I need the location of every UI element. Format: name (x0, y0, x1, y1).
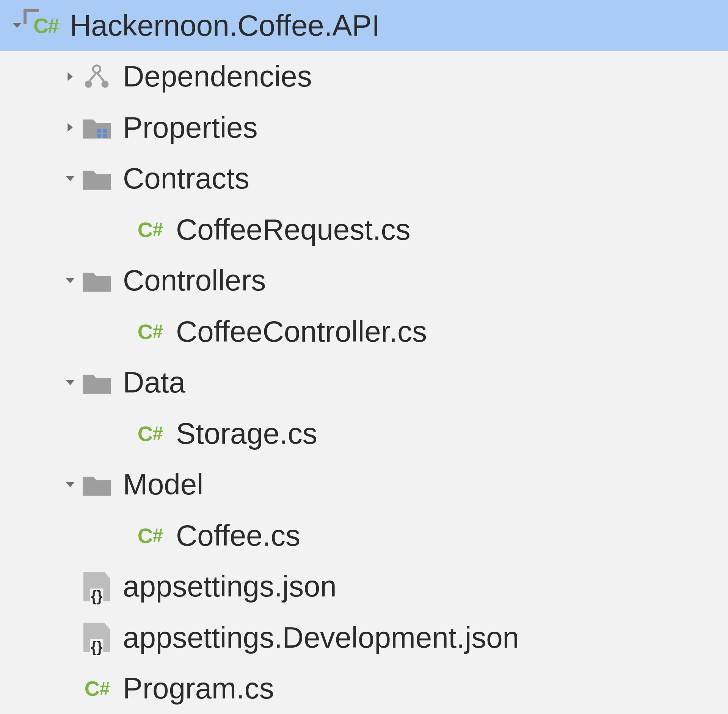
svg-rect-7 (97, 134, 101, 138)
tree-item-label: Dependencies (123, 59, 312, 94)
properties-folder-icon (80, 116, 114, 139)
csharp-project-icon: C# (27, 12, 61, 39)
tree-item-label: CoffeeController.cs (176, 314, 427, 349)
folder-icon (80, 473, 114, 496)
json-config-file-icon: {} (80, 623, 114, 652)
csharp-file-icon: C# (133, 523, 167, 548)
tree-item-label: Model (123, 467, 203, 502)
tree-item-contracts-folder[interactable]: Contracts (0, 153, 728, 204)
tree-item-label: Program.cs (123, 671, 274, 706)
tree-item-dependencies[interactable]: Dependencies (0, 51, 728, 102)
tree-item-controllers-folder[interactable]: Controllers (0, 255, 728, 306)
svg-rect-6 (103, 129, 107, 133)
solution-explorer-tree: C# Hackernoon.Coffee.API Dependencies (0, 0, 728, 714)
chevron-down-icon[interactable] (61, 375, 80, 390)
svg-rect-8 (103, 134, 107, 138)
chevron-down-icon[interactable] (61, 273, 80, 288)
csharp-file-icon: C# (80, 676, 114, 701)
chevron-down-icon[interactable] (61, 477, 80, 492)
tree-item-data-folder[interactable]: Data (0, 357, 728, 408)
tree-item-properties[interactable]: Properties (0, 102, 728, 153)
csharp-file-icon: C# (133, 319, 167, 344)
folder-icon (80, 371, 114, 394)
tree-item-label: Data (123, 365, 185, 400)
svg-point-1 (85, 80, 92, 88)
tree-item-appsettings-json[interactable]: {} appsettings.json (0, 561, 728, 612)
svg-line-3 (90, 72, 97, 81)
tree-item-coffee-controller-cs[interactable]: C# CoffeeController.cs (0, 306, 728, 357)
tree-item-program-cs[interactable]: C# Program.cs (0, 663, 728, 714)
tree-item-label: appsettings.Development.json (123, 620, 519, 655)
tree-item-appsettings-dev-json[interactable]: {} appsettings.Development.json (0, 612, 728, 663)
tree-item-label: Properties (123, 110, 258, 145)
tree-item-coffee-cs[interactable]: C# Coffee.cs (0, 510, 728, 561)
tree-item-storage-cs[interactable]: C# Storage.cs (0, 408, 728, 459)
tree-item-label: Storage.cs (176, 416, 317, 451)
dependencies-icon (80, 64, 114, 89)
chevron-right-icon[interactable] (61, 120, 80, 135)
chevron-down-icon[interactable] (61, 171, 80, 186)
tree-item-label: Coffee.cs (176, 518, 300, 553)
folder-icon (80, 167, 114, 190)
tree-item-label: CoffeeRequest.cs (176, 212, 411, 247)
csharp-file-icon: C# (133, 421, 167, 446)
tree-item-project-root[interactable]: C# Hackernoon.Coffee.API (0, 0, 728, 51)
tree-item-coffee-request-cs[interactable]: C# CoffeeRequest.cs (0, 204, 728, 255)
svg-rect-5 (97, 129, 101, 133)
tree-item-label: Controllers (123, 263, 266, 298)
chevron-right-icon[interactable] (61, 69, 80, 84)
svg-point-0 (93, 65, 100, 72)
svg-line-4 (97, 72, 104, 81)
svg-point-2 (101, 80, 108, 88)
tree-item-label: appsettings.json (123, 569, 337, 604)
tree-item-label: Contracts (123, 161, 249, 196)
json-config-file-icon: {} (80, 572, 114, 601)
folder-icon (80, 269, 114, 292)
tree-item-label: Hackernoon.Coffee.API (70, 8, 380, 43)
tree-item-model-folder[interactable]: Model (0, 459, 728, 510)
csharp-file-icon: C# (133, 217, 167, 242)
